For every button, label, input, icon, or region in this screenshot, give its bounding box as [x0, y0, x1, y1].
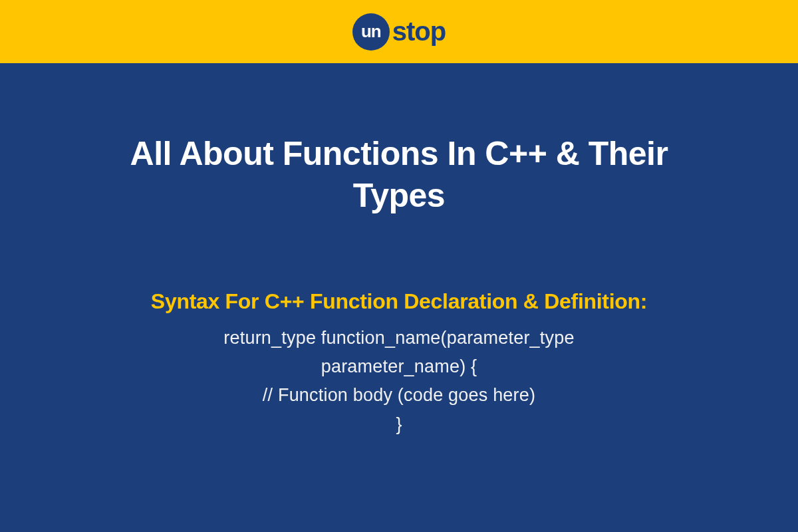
syntax-line: // Function body (code goes here) — [151, 381, 647, 410]
syntax-line: return_type function_name(parameter_type — [151, 324, 647, 352]
main-content: All About Functions In C++ & Their Types… — [0, 63, 798, 532]
syntax-heading: Syntax For C++ Function Declaration & De… — [151, 289, 647, 314]
syntax-section: Syntax For C++ Function Declaration & De… — [151, 289, 647, 439]
header-bar: un stop — [0, 0, 798, 63]
logo-suffix-text: stop — [392, 17, 446, 47]
logo-circle: un — [352, 13, 390, 51]
syntax-line: parameter_name) { — [151, 352, 647, 381]
logo: un stop — [352, 13, 446, 51]
logo-circle-text: un — [361, 21, 381, 42]
syntax-line: } — [151, 410, 647, 439]
page-title: All About Functions In C++ & Their Types — [100, 133, 698, 216]
